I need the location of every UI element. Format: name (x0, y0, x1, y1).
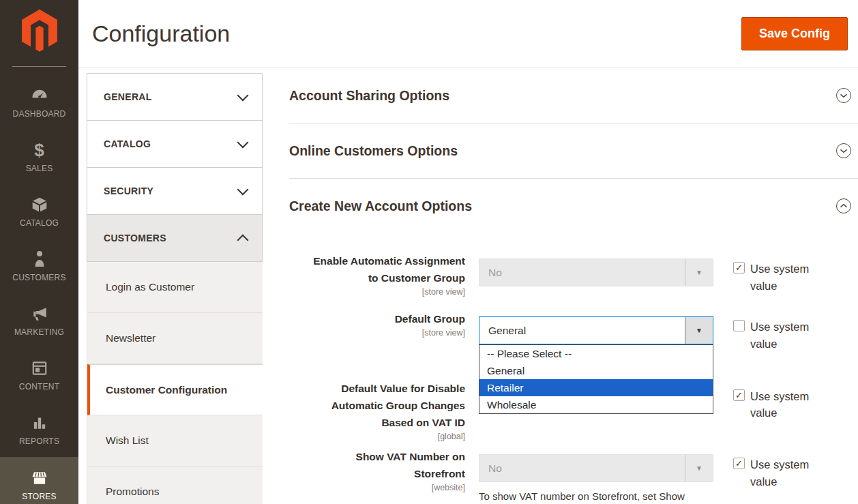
chevron-down-icon (237, 136, 249, 148)
select-arrow-icon: ▼ (685, 259, 713, 286)
nav-section-label: CUSTOMERS (104, 233, 166, 243)
checkbox-checked-icon[interactable]: ✓ (733, 458, 745, 469)
use-system-value-wrap: ✓ Use system value (727, 448, 858, 503)
section-header-account-sharing[interactable]: Account Sharing Options (289, 68, 858, 123)
reports-icon (30, 413, 49, 432)
nav-section-label: SECURITY (104, 186, 153, 196)
subnav-item-wish-list[interactable]: Wish List (87, 415, 263, 466)
use-system-value-wrap: ✓ Use system value (727, 380, 858, 441)
save-config-button[interactable]: Save Config (741, 17, 848, 50)
page-header: Configuration Save Config (78, 0, 858, 68)
field-label: Default Value for Disable Automatic Grou… (289, 380, 465, 441)
section-header-create-new-account[interactable]: Create New Account Options (289, 179, 858, 233)
use-system-value-wrap: Use system value (727, 310, 858, 353)
subnav-item-login-as-customer[interactable]: Login as Customer (87, 262, 263, 313)
chevron-up-icon (237, 234, 249, 246)
sidebar-menu: DASHBOARD $ SALES CATALOG (0, 75, 78, 504)
field-control: General ▼ -- Please Select -- General Re… (479, 310, 713, 353)
sidebar-item-customers[interactable]: CUSTOMERS (0, 239, 78, 293)
select-arrow-icon: ▼ (685, 455, 713, 481)
subnav-item-label: Customer Configuration (106, 384, 227, 396)
select-arrow-icon: ▼ (685, 317, 713, 344)
field-scope: [website] (289, 483, 465, 492)
nav-section-label: CATALOG (104, 138, 151, 149)
sidebar-item-label: MARKETING (14, 327, 64, 337)
nav-section-catalog[interactable]: CATALOG (87, 120, 263, 168)
field-control: No ▼ To show VAT number on Storefront, s… (479, 448, 713, 503)
section-title: Online Customers Options (289, 143, 458, 159)
sidebar-item-label: STORES (22, 492, 56, 501)
page-title: Configuration (92, 20, 230, 47)
nav-section-customers[interactable]: CUSTOMERS (87, 214, 263, 262)
chevron-down-icon (237, 183, 249, 195)
sidebar-item-label: REPORTS (19, 436, 59, 446)
dropdown-option-please-select[interactable]: -- Please Select -- (479, 345, 713, 362)
sidebar-divider (12, 66, 66, 67)
sidebar-item-sales[interactable]: $ SALES (0, 130, 78, 184)
subnav-item-label: Wish List (106, 434, 149, 447)
nav-section-security[interactable]: SECURITY (87, 167, 263, 215)
sidebar-item-label: CONTENT (19, 382, 59, 391)
field-row-default-group: Default Group [store view] General ▼ -- … (289, 310, 858, 353)
sidebar-item-reports[interactable]: REPORTS (0, 402, 78, 457)
subnav-item-newsletter[interactable]: Newsletter (87, 313, 263, 364)
sidebar-item-catalog[interactable]: CATALOG (0, 184, 78, 239)
section-account-sharing-options: Account Sharing Options (289, 68, 858, 123)
section-online-customers-options: Online Customers Options (289, 123, 858, 179)
field-row-show-vat-number: Show VAT Number on Storefront [website] … (289, 448, 858, 503)
checkbox-unchecked-icon[interactable] (733, 320, 745, 331)
sidebar-item-label: SALES (26, 164, 53, 173)
checkbox-checked-icon[interactable]: ✓ (733, 389, 745, 401)
magento-logo[interactable] (0, 0, 78, 55)
use-system-value-checkbox[interactable]: Use system value (733, 318, 820, 353)
sidebar-item-content[interactable]: CONTENT (0, 348, 78, 402)
show-vat-number-select[interactable]: No ▼ (479, 454, 713, 482)
customers-icon (30, 250, 49, 269)
subnav-item-promotions[interactable]: Promotions (87, 466, 263, 504)
magento-logo-icon (20, 9, 59, 53)
config-main: Account Sharing Options Online Customers… (289, 68, 858, 504)
use-system-value-checkbox[interactable]: ✓ Use system value (733, 261, 820, 295)
stores-icon (30, 469, 49, 488)
nav-section-general[interactable]: GENERAL (87, 73, 263, 121)
customers-subnav: Login as Customer Newsletter Customer Co… (87, 262, 263, 504)
dropdown-option-general[interactable]: General (479, 362, 713, 379)
enable-automatic-assignment-select[interactable]: No ▼ (479, 258, 713, 286)
sidebar-item-stores[interactable]: STORES (0, 457, 78, 504)
subnav-item-label: Newsletter (106, 332, 156, 344)
field-control: No ▼ (479, 252, 713, 297)
section-header-online-customers[interactable]: Online Customers Options (289, 123, 858, 178)
sidebar-item-marketing[interactable]: MARKETING (0, 293, 78, 348)
checkbox-checked-icon[interactable]: ✓ (733, 262, 745, 273)
collapse-chevron-up-icon[interactable] (835, 198, 852, 214)
subnav-item-customer-configuration[interactable]: Customer Configuration (87, 364, 263, 415)
field-scope: [store view] (289, 328, 465, 338)
sidebar-item-dashboard[interactable]: DASHBOARD (0, 75, 78, 130)
section-create-new-account-options: Create New Account Options Enable Automa… (289, 179, 858, 503)
field-label: Show VAT Number on Storefront [website] (289, 448, 465, 503)
field-note: To show VAT number on Storefront, set Sh… (479, 490, 713, 503)
sidebar-item-label: CATALOG (20, 218, 59, 228)
marketing-icon (30, 304, 49, 323)
dropdown-option-retailer[interactable]: Retailer (479, 379, 713, 396)
catalog-icon (30, 195, 49, 214)
sidebar-item-label: CUSTOMERS (12, 273, 65, 282)
collapse-chevron-down-icon[interactable] (835, 87, 852, 104)
use-system-value-checkbox[interactable]: ✓ Use system value (733, 456, 820, 490)
collapse-chevron-down-icon[interactable] (835, 143, 852, 159)
dropdown-option-wholesale[interactable]: Wholesale (479, 396, 713, 413)
default-group-dropdown: -- Please Select -- General Retailer Who… (479, 344, 713, 414)
create-new-account-form: Enable Automatic Assignment to Customer … (289, 233, 858, 503)
use-system-value-checkbox[interactable]: ✓ Use system value (733, 388, 820, 422)
admin-sidebar: DASHBOARD $ SALES CATALOG (0, 0, 78, 504)
content-icon (30, 359, 49, 378)
field-label: Enable Automatic Assignment to Customer … (289, 252, 465, 297)
section-title: Create New Account Options (289, 198, 472, 214)
config-nav: GENERAL CATALOG SECURITY CUSTOMERS Login… (87, 73, 263, 504)
dashboard-icon (30, 86, 49, 105)
field-scope: [global] (289, 432, 465, 441)
subnav-item-label: Login as Customer (106, 281, 194, 293)
subnav-item-label: Promotions (106, 486, 159, 498)
default-group-select[interactable]: General ▼ (479, 316, 713, 344)
sales-icon: $ (30, 140, 49, 160)
